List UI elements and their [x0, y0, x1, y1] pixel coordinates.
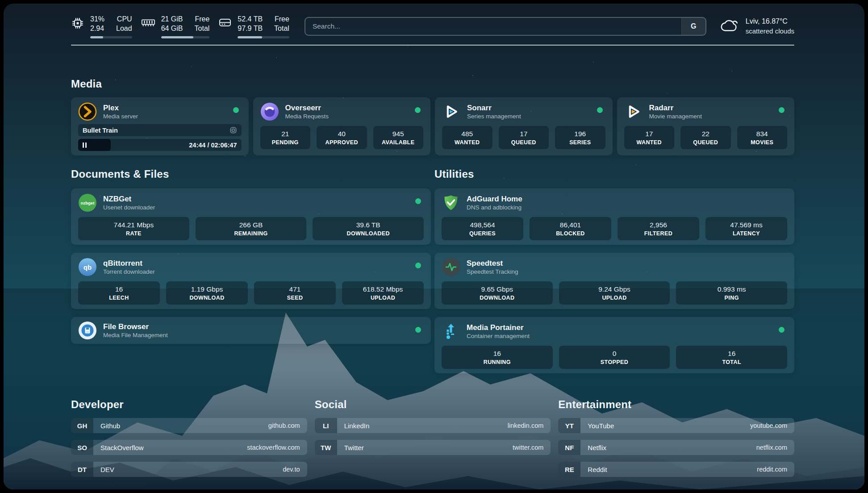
stat-value: 16: [728, 350, 735, 358]
stat-latency: 47.569 ms LATENCY: [705, 217, 787, 240]
stat-value: 485: [461, 130, 473, 138]
card-qbittorrent[interactable]: qb qBittorrent Torrent downloader 16 LEE…: [71, 253, 431, 309]
cpu-label: CPU: [116, 14, 132, 24]
stat-value: 834: [756, 130, 768, 138]
card-sonarr[interactable]: Sonarr Series management 485 WANTED 17 Q…: [435, 97, 613, 155]
bookmark-abbr: YT: [558, 418, 580, 433]
bookmark-reddit[interactable]: RE Reddit reddit.com: [558, 462, 794, 477]
qbittorrent-icon: qb: [78, 258, 97, 276]
weather-condition: scattered clouds: [746, 26, 794, 36]
stat-value: 2,956: [650, 221, 667, 229]
portainer-icon: [442, 322, 460, 341]
search-engine-button[interactable]: G: [681, 18, 705, 35]
pause-icon: [85, 142, 87, 148]
card-speedtest[interactable]: Speedtest Speedtest Tracking 9.65 Gbps D…: [434, 253, 794, 309]
stat-value: 21: [281, 130, 289, 138]
camera-icon: [230, 126, 237, 134]
cpu-progress-fill: [90, 36, 103, 38]
stat-seed: 471 SEED: [254, 281, 336, 305]
stat-value: 16: [115, 285, 123, 293]
memory-free-label: Free: [195, 14, 210, 24]
app-description: Media server: [103, 113, 138, 121]
stat-label: DOWNLOADED: [347, 230, 390, 237]
bookmark-github[interactable]: GH Github github.com: [71, 418, 307, 433]
online-status-dot: [415, 327, 421, 333]
section-utilities: Utilities AdGuard: [434, 168, 794, 373]
card-radarr[interactable]: Radarr Movie management 17 WANTED 22 QUE…: [617, 97, 795, 155]
app-description: Usenet downloader: [103, 204, 155, 212]
stat-value: 9.65 Gbps: [481, 285, 513, 293]
cpu-icon: [71, 17, 84, 38]
stat-value: 196: [574, 130, 586, 138]
card-nzbget[interactable]: nzbget NZBGet Usenet downloader 744.21 M…: [71, 188, 431, 245]
svg-text:qb: qb: [83, 263, 92, 271]
card-plex[interactable]: Plex Media server Bullet Train: [71, 97, 249, 155]
bookmark-name: YouTube: [588, 422, 614, 430]
app-description: Series management: [467, 113, 521, 121]
bookmark-name: Twitter: [344, 444, 364, 451]
stat-remaining: 266 GB REMAINING: [196, 217, 307, 240]
card-overseerr[interactable]: Overseerr Media Requests 21 PENDING 40 A…: [253, 97, 431, 155]
bookmark-abbr: GH: [71, 418, 93, 433]
bookmark-youtube[interactable]: YT YouTube youtube.com: [558, 418, 794, 433]
bookmark-abbr: TW: [315, 440, 337, 455]
bookmark-group-social: Social LI LinkedIn linkedin.com TW Twitt…: [315, 398, 551, 477]
bookmark-netflix[interactable]: NF Netflix netflix.com: [558, 440, 794, 455]
app-name: NZBGet: [103, 194, 155, 204]
bookmark-twitter[interactable]: TW Twitter twitter.com: [315, 440, 551, 455]
stat-label: TOTAL: [722, 359, 741, 365]
app-name: AdGuard Home: [467, 194, 522, 204]
stat-rate: 744.21 Mbps RATE: [78, 217, 189, 240]
memory-progress-bar: [161, 36, 210, 38]
stat-label: DOWNLOAD: [189, 295, 224, 301]
online-status-dot: [415, 198, 421, 204]
bookmark-abbr: LI: [315, 418, 337, 433]
stat-upload: 618.52 Mbps UPLOAD: [342, 281, 424, 305]
search-input[interactable]: [305, 18, 681, 35]
bookmark-name: DEV: [100, 466, 114, 473]
memory-widget: 21 GiB 64 GiB Free Total: [141, 14, 210, 38]
cpu-widget: 31% 2.94 CPU Load: [71, 14, 132, 38]
section-title-entertainment: Entertainment: [558, 398, 794, 411]
stat-label: AVAILABLE: [382, 139, 414, 146]
bookmark-name: StackOverflow: [100, 444, 144, 451]
stat-value: 618.52 Mbps: [363, 285, 403, 293]
section-title-utilities: Utilities: [434, 168, 794, 180]
disk-progress-bar: [238, 36, 289, 38]
stat-label: MOVIES: [751, 139, 773, 146]
app-name: Speedtest: [467, 259, 518, 268]
bookmark-abbr: RE: [558, 462, 580, 477]
stat-movies: 834 MOVIES: [737, 126, 788, 149]
disk-free-label: Free: [274, 14, 289, 24]
speedtest-icon: [442, 258, 460, 276]
stat-label: RATE: [126, 230, 142, 237]
app-description: Media File Management: [103, 331, 168, 339]
bookmark-url: github.com: [268, 422, 300, 429]
stat-running: 16 RUNNING: [442, 346, 553, 369]
disk-progress-fill: [238, 36, 262, 38]
stat-value: 498,564: [470, 221, 495, 229]
stat-value: 17: [645, 130, 653, 138]
bookmark-abbr: NF: [558, 440, 580, 455]
disk-free-value: 52.4 TB: [238, 14, 263, 24]
top-bar: 31% 2.94 CPU Load: [71, 13, 794, 39]
card-portainer[interactable]: Media Portainer Container management 16 …: [434, 317, 794, 373]
card-filebrowser[interactable]: File Browser Media File Management: [71, 317, 431, 344]
bookmark-dev[interactable]: DT DEV dev.to: [71, 462, 307, 477]
stat-label: DOWNLOAD: [480, 295, 514, 301]
stat-filtered: 2,956 FILTERED: [618, 217, 699, 240]
bookmark-stackoverflow[interactable]: SO StackOverflow stackoverflow.com: [71, 440, 307, 455]
cpu-load-label: Load: [116, 24, 132, 33]
stat-ping: 0.993 ms PING: [676, 281, 787, 305]
online-status-dot: [779, 327, 785, 333]
playback-time: 24:44 / 02:06:47: [189, 142, 237, 149]
stat-total: 16 TOTAL: [676, 346, 787, 369]
bookmark-name: LinkedIn: [344, 422, 370, 430]
app-description: Speedtest Tracking: [467, 268, 518, 276]
stat-pending: 21 PENDING: [260, 126, 311, 149]
now-playing-row: Bullet Train: [78, 124, 242, 136]
bookmark-linkedin[interactable]: LI LinkedIn linkedin.com: [315, 418, 551, 433]
nzbget-icon: nzbget: [78, 193, 97, 212]
card-adguard[interactable]: AdGuard Home DNS and adblocking 498,564 …: [434, 188, 794, 245]
cpu-load-value: 2.94: [90, 24, 104, 33]
